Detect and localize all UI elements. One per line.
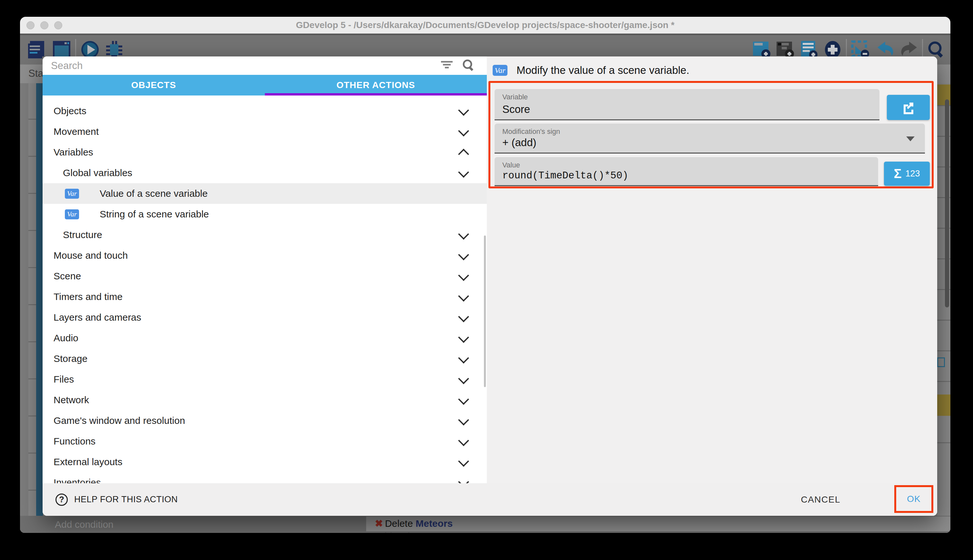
list-item[interactable]: Audio xyxy=(43,328,487,348)
chevron-down-icon xyxy=(458,167,469,178)
list-item-label: Functions xyxy=(53,436,95,447)
list-item-label: String of a scene variable xyxy=(100,209,209,220)
list-item[interactable]: Network xyxy=(43,390,487,410)
list-item[interactable]: Files xyxy=(43,369,487,390)
list-item[interactable]: External layouts xyxy=(43,452,487,472)
variable-field[interactable]: Variable Score xyxy=(495,89,880,120)
add-action-link[interactable]: Add action xyxy=(375,531,421,533)
chevron-down-icon xyxy=(458,229,469,240)
tab-other-actions[interactable]: OTHER ACTIONS xyxy=(265,75,487,95)
digits-label: 123 xyxy=(905,169,920,179)
value-field-label: Value xyxy=(502,161,520,169)
list-item-label: Global variables xyxy=(63,167,132,178)
list-item[interactable]: Storage xyxy=(43,348,487,369)
list-item-label: Storage xyxy=(53,353,87,364)
cancel-button[interactable]: CANCEL xyxy=(801,483,840,516)
chevron-down-icon xyxy=(458,456,469,467)
list-scrollbar[interactable] xyxy=(484,235,486,387)
add-condition-link[interactable]: Add condition xyxy=(55,519,113,530)
chevron-down-icon xyxy=(458,291,469,302)
variable-icon: Var xyxy=(65,209,79,219)
modification-sign-select[interactable]: Modification's sign + (add) xyxy=(495,123,925,153)
list-item-label: Inventories xyxy=(53,477,101,483)
screen: GDevelop 5 - /Users/dkarakay/Documents/G… xyxy=(0,0,973,560)
list-item[interactable]: Variables xyxy=(43,142,487,163)
help-icon: ? xyxy=(55,493,68,506)
delete-action-row[interactable]: ✖Delete Meteors xyxy=(375,518,453,529)
list-item[interactable]: Scene xyxy=(43,266,487,287)
list-item-label: Objects xyxy=(53,105,87,117)
list-item-label: Scene xyxy=(53,271,81,282)
variable-field-value: Score xyxy=(502,103,530,115)
sign-field-label: Modification's sign xyxy=(502,127,560,136)
list-item[interactable]: Global variables xyxy=(43,163,487,183)
chevron-down-icon xyxy=(458,353,469,363)
filter-icon[interactable] xyxy=(440,60,453,71)
chevron-down-icon xyxy=(458,125,469,137)
project-manager-icon[interactable] xyxy=(27,40,47,60)
action-editor-dialog: OBJECTS OTHER ACTIONS ObjectsMovementVar… xyxy=(43,57,937,516)
chevron-down-icon xyxy=(458,373,469,384)
list-item-label: External layouts xyxy=(53,457,122,467)
event-action-row xyxy=(366,517,950,531)
list-item-label: Movement xyxy=(53,126,99,137)
dialog-header: Var Modify the value of a scene variable… xyxy=(493,64,690,77)
list-item[interactable]: Structure xyxy=(43,225,487,245)
help-label: HELP FOR THIS ACTION xyxy=(74,495,178,505)
expression-editor-button[interactable]: Σ 123 xyxy=(884,162,930,186)
search-icon[interactable] xyxy=(462,58,475,72)
list-item[interactable]: Game's window and resolution xyxy=(43,410,487,431)
list-item[interactable]: VarValue of a scene variable xyxy=(43,183,487,204)
chevron-down-icon xyxy=(458,270,469,281)
app-window: GDevelop 5 - /Users/dkarakay/Documents/G… xyxy=(20,17,950,533)
chevron-up-icon xyxy=(458,149,469,160)
instruction-browser: OBJECTS OTHER ACTIONS ObjectsMovementVar… xyxy=(43,57,487,483)
event-sheet-right-edge xyxy=(937,83,950,533)
help-button[interactable]: ? HELP FOR THIS ACTION xyxy=(55,483,178,516)
chevron-down-icon xyxy=(458,394,469,405)
event-cell-highlighted xyxy=(937,395,950,416)
ok-button[interactable]: OK xyxy=(907,494,920,504)
list-item-label: Value of a scene variable xyxy=(100,188,208,199)
value-field[interactable]: Value round(TimeDelta()*50) xyxy=(495,157,878,186)
variable-icon: Var xyxy=(493,65,508,76)
chevron-down-icon xyxy=(458,435,469,446)
list-item[interactable]: Objects xyxy=(43,101,487,121)
chevron-down-icon xyxy=(458,477,469,483)
selected-event-frame xyxy=(937,357,945,367)
action-list: ObjectsMovementVariablesGlobal variables… xyxy=(43,95,487,483)
list-item[interactable]: Functions xyxy=(43,431,487,452)
chevron-down-icon xyxy=(458,415,469,425)
ok-highlight-box: OK xyxy=(894,485,933,513)
list-item[interactable]: Layers and cameras xyxy=(43,307,487,328)
open-variables-button[interactable] xyxy=(887,95,930,120)
list-item[interactable]: Mouse and touch xyxy=(43,245,487,266)
dialog-footer: ? HELP FOR THIS ACTION CANCEL OK xyxy=(43,483,937,516)
list-item[interactable]: Timers and time xyxy=(43,287,487,307)
variable-field-label: Variable xyxy=(502,93,528,101)
scene-tab-label[interactable]: Sta xyxy=(28,68,43,79)
delete-action-text: Delete xyxy=(385,518,415,529)
chevron-down-icon xyxy=(458,249,469,260)
chevron-down-icon xyxy=(458,311,469,322)
list-item-label: Timers and time xyxy=(53,291,123,302)
titlebar: GDevelop 5 - /Users/dkarakay/Documents/G… xyxy=(20,17,950,33)
delete-action-object: Meteors xyxy=(415,518,453,529)
list-item-label: Audio xyxy=(53,333,78,343)
list-item[interactable]: VarString of a scene variable xyxy=(43,204,487,225)
list-item-label: Game's window and resolution xyxy=(53,415,185,426)
list-item-label: Structure xyxy=(63,229,102,240)
list-item[interactable]: Inventories xyxy=(43,472,487,483)
sign-field-value: + (add) xyxy=(502,137,536,149)
event-gutter xyxy=(28,83,36,533)
condition-column-edge xyxy=(36,83,43,533)
window-title: GDevelop 5 - /Users/dkarakay/Documents/G… xyxy=(20,17,950,33)
event-sheet-scrollbar[interactable] xyxy=(945,99,949,307)
list-item-label: Mouse and touch xyxy=(53,250,128,261)
search-input[interactable] xyxy=(50,58,432,74)
chevron-down-icon xyxy=(458,105,469,116)
chevron-down-icon xyxy=(458,332,469,343)
list-item[interactable]: Movement xyxy=(43,121,487,142)
sigma-icon: Σ xyxy=(894,167,901,181)
tab-objects[interactable]: OBJECTS xyxy=(43,75,265,95)
